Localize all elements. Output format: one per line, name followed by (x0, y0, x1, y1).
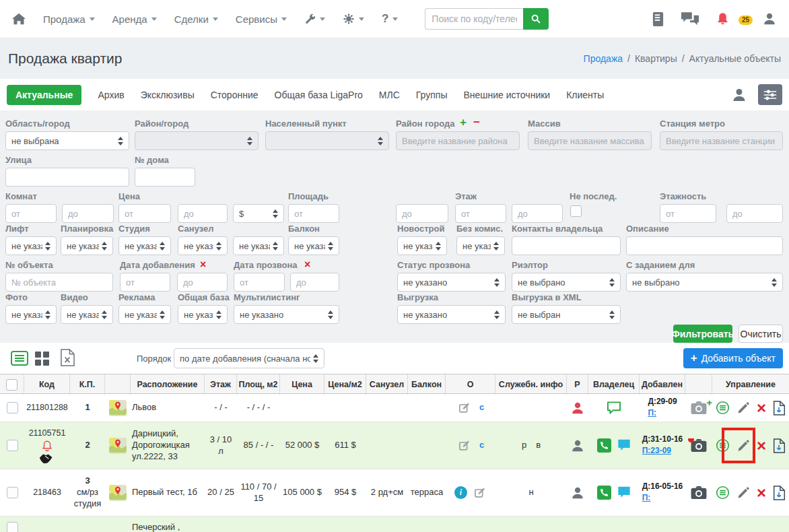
multilisting-select[interactable]: не указано (234, 305, 339, 324)
menu-servisy[interactable]: Сервисы (236, 13, 287, 25)
studiya-select[interactable]: не указа (118, 236, 171, 255)
search-button[interactable] (523, 8, 549, 30)
call-reminder-bell-icon[interactable] (41, 440, 53, 452)
export-doc-icon[interactable] (773, 486, 786, 500)
photos-camera-icon[interactable] (690, 438, 708, 453)
info-icon[interactable] (454, 486, 467, 499)
help-menu[interactable]: ? (382, 12, 398, 26)
search-input[interactable] (425, 8, 523, 30)
obshchaya-baza-select[interactable]: не указа (178, 305, 228, 324)
sort-order-select[interactable]: по дате добавления (сначала новые) (174, 348, 324, 368)
notifications-bell-icon[interactable] (716, 11, 730, 26)
massiv-input[interactable] (528, 131, 652, 150)
etazhnost-do-input[interactable] (726, 204, 783, 223)
sanuzel-select[interactable]: не указа (178, 236, 228, 255)
person-red-icon[interactable] (570, 401, 585, 415)
rieltor-select[interactable]: не выбрано (512, 273, 621, 292)
balkon-select[interactable]: не указа (288, 236, 339, 255)
edit-pencil-icon[interactable] (736, 401, 750, 415)
komnat-do-input[interactable] (62, 204, 114, 223)
data-dob-ot-input[interactable] (120, 273, 170, 292)
row-checkbox[interactable] (7, 440, 18, 451)
bez-komis-select[interactable]: не указа (456, 236, 505, 255)
map-thumbnail[interactable] (105, 438, 131, 454)
map-thumbnail[interactable] (105, 400, 131, 416)
date-called-link[interactable]: П:23-09 (642, 446, 671, 457)
tsena-ot-input[interactable] (118, 204, 171, 223)
tab-obshchaya-baza[interactable]: Общая база LigaPro (275, 90, 363, 100)
tab-storonnie[interactable]: Сторонние (211, 90, 259, 100)
journal-icon[interactable] (652, 11, 664, 27)
etazh-ot-input[interactable] (455, 204, 506, 223)
clear-button[interactable]: Очистить (739, 325, 783, 343)
comment-filled-icon[interactable] (617, 486, 631, 499)
add-object-button[interactable]: Добавить объект (683, 348, 783, 368)
menu-arenda[interactable]: Аренда (112, 13, 157, 25)
tab-arkhiv[interactable]: Архив (98, 90, 124, 100)
filter-settings-button[interactable] (758, 84, 782, 105)
status-prozvona-select[interactable]: не указано (397, 273, 506, 292)
tab-eksklyuzivy[interactable]: Эксклюзивы (141, 90, 195, 100)
tab-aktualnye[interactable]: Актуальные (7, 85, 81, 105)
comment-filled-icon[interactable] (617, 439, 631, 452)
vygruzka-select[interactable]: не указано (397, 305, 506, 324)
data-prozv-ot-input[interactable] (234, 273, 285, 292)
punkt-select[interactable] (265, 131, 389, 150)
date-called-link[interactable]: П: (642, 493, 651, 504)
edit-note-icon[interactable] (457, 439, 471, 453)
raion-goroda-input[interactable] (396, 131, 520, 150)
kontakty-input[interactable] (512, 236, 621, 255)
menu-circle-icon[interactable] (716, 401, 730, 415)
ploshchad-ot-input[interactable] (288, 204, 339, 223)
remove-district-icon[interactable] (473, 116, 480, 129)
add-photo-icon[interactable] (690, 401, 708, 415)
delete-icon[interactable] (757, 439, 766, 453)
data-prozv-do-input[interactable] (290, 273, 339, 292)
oblast-select[interactable]: не выбрана (5, 131, 129, 150)
row-checkbox[interactable] (7, 487, 18, 498)
reklama-select[interactable]: не указа (118, 305, 171, 324)
tab-gruppy[interactable]: Группы (416, 90, 448, 100)
tsena-do-input[interactable] (178, 204, 228, 223)
obekt-input[interactable] (5, 273, 113, 292)
grid-view-icon[interactable] (35, 352, 50, 366)
breadcrumb-prodazha[interactable]: Продажа (584, 53, 623, 64)
comment-outline-icon[interactable] (606, 401, 622, 415)
photos-camera-icon[interactable] (690, 486, 708, 500)
edit-note-icon[interactable] (457, 401, 471, 415)
foto-select[interactable]: не указа (5, 305, 57, 324)
select-all-checkbox[interactable] (6, 379, 18, 391)
doma-input[interactable] (135, 168, 195, 187)
phone-icon[interactable] (597, 438, 611, 453)
menu-prodazha[interactable]: Продажа (43, 13, 95, 25)
add-district-icon[interactable] (460, 116, 467, 129)
delete-icon[interactable] (757, 401, 766, 415)
clients-person-icon[interactable] (731, 87, 747, 103)
clear-date-called-icon[interactable] (304, 259, 310, 271)
list-view-icon[interactable] (11, 351, 28, 366)
export-doc-icon[interactable] (773, 438, 786, 453)
lift-select[interactable]: не указа (5, 236, 57, 255)
tab-vneshnie-istochniki[interactable]: Внешние источники (463, 90, 550, 100)
s-zadaniem-select[interactable]: не выбрано (626, 273, 783, 292)
person-gray-icon[interactable] (570, 486, 585, 500)
messages-icon[interactable] (681, 11, 699, 26)
etazhnost-ot-input[interactable] (660, 204, 716, 223)
novostroy-select[interactable]: не указа (397, 236, 447, 255)
planirovka-select[interactable]: не указа (61, 236, 113, 255)
menu-circle-icon[interactable] (716, 486, 730, 500)
edit-note-icon[interactable] (473, 486, 487, 500)
wrench-menu[interactable] (304, 13, 325, 25)
etazh-do-input[interactable] (512, 204, 563, 223)
ne-posled-checkbox[interactable] (570, 205, 582, 217)
filter-button[interactable]: Фильтровать (673, 325, 732, 343)
row-checkbox[interactable] (7, 522, 18, 532)
currency-select[interactable]: $ (233, 204, 284, 223)
row-checkbox[interactable] (7, 402, 18, 413)
clear-date-added-icon[interactable] (200, 259, 206, 271)
person-gray-icon[interactable] (570, 438, 585, 453)
date-called-link[interactable]: П: (648, 408, 656, 419)
komnat-ot-input[interactable] (5, 204, 57, 223)
menu-circle-icon[interactable] (716, 438, 730, 453)
user-profile-icon[interactable] (762, 11, 777, 26)
